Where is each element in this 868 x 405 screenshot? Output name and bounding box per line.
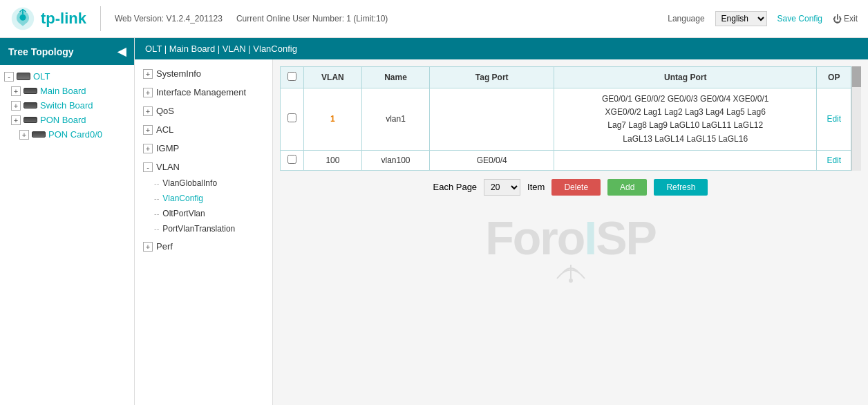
row1-edit-link[interactable]: Edit <box>827 114 841 124</box>
col-op: OP <box>817 67 851 88</box>
col-vlan: VLAN <box>304 67 362 88</box>
menu-group-igmp: + IGMP <box>135 140 272 157</box>
save-config-link[interactable]: Save Config <box>777 14 822 23</box>
row2-untag-port <box>554 150 817 170</box>
table-scrollbar[interactable] <box>851 66 861 171</box>
vlan-config-label: VlanConfig <box>162 194 203 203</box>
refresh-button[interactable]: Refresh <box>654 179 708 196</box>
sidebar-item-main-board[interactable]: + Main Board <box>0 84 134 98</box>
switch-board-expand-icon[interactable]: + <box>11 101 21 111</box>
delete-button[interactable]: Delete <box>551 179 601 196</box>
page-size-select[interactable]: 10 20 50 100 <box>484 179 520 196</box>
main-board-expand-icon[interactable]: + <box>11 86 21 96</box>
menu-group-interface: + Interface Management <box>135 84 272 101</box>
table-area: VLAN Name Tag Port Untag Port OP <box>273 59 868 405</box>
sidebar-item-pon-card[interactable]: + PON Card0/0 <box>0 127 134 142</box>
interface-label: Interface Management <box>156 87 246 97</box>
igmp-expand-icon[interactable]: + <box>143 144 153 153</box>
col-checkbox <box>281 67 304 88</box>
perf-expand-icon[interactable]: + <box>143 242 153 252</box>
left-menu: + SystemInfo + Interface Management + Qo <box>135 59 273 405</box>
sidebar-toggle-icon[interactable]: ◀ <box>117 45 126 58</box>
submenu-vlan-config[interactable]: VlanConfig <box>135 191 272 206</box>
logo-text: tp-link <box>41 10 86 28</box>
row2-edit-link[interactable]: Edit <box>827 156 841 165</box>
row2-tag-port: GE0/0/4 <box>430 150 554 170</box>
header-info: Web Version: V1.2.4_201123 Current Onlin… <box>115 14 668 23</box>
row1-tag-port <box>430 88 554 151</box>
content-area: + SystemInfo + Interface Management + Qo <box>135 59 868 405</box>
vlan-expand-icon[interactable]: - <box>143 162 153 172</box>
olt-label: OLT <box>33 71 50 82</box>
menu-group-qos: + QoS <box>135 102 272 120</box>
olt-port-vlan-label: OltPortVlan <box>162 209 205 218</box>
language-select[interactable]: English Chinese <box>715 11 767 26</box>
acl-label: ACL <box>156 124 173 135</box>
sidebar-header[interactable]: Tree Topology ◀ <box>0 38 134 65</box>
row1-checkbox-cell <box>281 88 304 151</box>
menu-group-perf: + Perf <box>135 238 272 255</box>
row2-checkbox-cell <box>281 150 304 170</box>
online-users: Current Online User Number: 1 (Limit:10) <box>236 14 388 23</box>
select-all-checkbox[interactable] <box>287 72 296 81</box>
watermark: ForoISP <box>280 204 861 288</box>
breadcrumb: OLT | Main Board | VLAN | VlanConfig <box>145 44 297 54</box>
row1-op: Edit <box>817 88 851 151</box>
submenu-olt-port-vlan[interactable]: OltPortVlan <box>135 206 272 221</box>
watermark-highlight: I <box>584 211 596 264</box>
pagination-row: Each Page 10 20 50 100 Item Delete Add R… <box>280 171 861 204</box>
menu-group-acl: + ACL <box>135 121 272 138</box>
interface-expand-icon[interactable]: + <box>143 88 153 97</box>
pon-card-expand-icon[interactable]: + <box>19 130 29 140</box>
menu-acl[interactable]: + ACL <box>135 121 272 138</box>
qos-expand-icon[interactable]: + <box>143 106 153 116</box>
port-vlan-translation-label: PortVlanTranslation <box>162 224 235 234</box>
sidebar-item-olt[interactable]: - OLT <box>0 69 134 84</box>
row1-vlan: 1 <box>304 88 362 151</box>
sidebar-tree: - OLT + Main Board + Switch Board + PON … <box>0 65 134 146</box>
power-icon: ⏻ <box>833 14 842 24</box>
olt-expand-icon[interactable]: - <box>4 72 14 82</box>
submenu-vlan-global-info[interactable]: VlanGlobalInfo <box>135 176 272 191</box>
menu-vlan[interactable]: - VLAN <box>135 158 272 176</box>
menu-igmp[interactable]: + IGMP <box>135 140 272 157</box>
acl-expand-icon[interactable]: + <box>143 125 153 135</box>
exit-link[interactable]: ⏻ Exit <box>833 14 858 24</box>
language-label: Language <box>668 14 704 23</box>
row2-checkbox[interactable] <box>287 155 296 164</box>
logo-area: tp-link <box>10 6 101 31</box>
col-name: Name <box>361 67 429 88</box>
menu-interface[interactable]: + Interface Management <box>135 84 272 101</box>
layout: Tree Topology ◀ - OLT + Main Board + Swi… <box>0 38 868 405</box>
menu-qos[interactable]: + QoS <box>135 102 272 120</box>
menu-group-systeminfo: + SystemInfo <box>135 65 272 82</box>
qos-label: QoS <box>156 106 174 116</box>
switch-board-label: Switch Board <box>40 100 93 111</box>
systeminfo-label: SystemInfo <box>156 68 201 79</box>
vlan-submenu: VlanGlobalInfo VlanConfig OltPortVlan Po… <box>135 176 272 236</box>
sidebar-item-pon-board[interactable]: + PON Board <box>0 113 134 127</box>
exit-label: Exit <box>844 14 858 23</box>
vlan-global-info-label: VlanGlobalInfo <box>162 178 217 188</box>
item-label: Item <box>527 182 545 192</box>
igmp-label: IGMP <box>156 143 179 153</box>
pon-board-device-icon <box>23 117 37 123</box>
scrollbar-thumb[interactable] <box>852 66 861 87</box>
row1-name: vlan1 <box>361 88 429 151</box>
menu-systeminfo[interactable]: + SystemInfo <box>135 65 272 82</box>
breadcrumb-bar: OLT | Main Board | VLAN | VlanConfig <box>135 38 868 59</box>
submenu-port-vlan-translation[interactable]: PortVlanTranslation <box>135 221 272 236</box>
sidebar-item-switch-board[interactable]: + Switch Board <box>0 98 134 113</box>
systeminfo-expand-icon[interactable]: + <box>143 69 153 79</box>
perf-label: Perf <box>156 241 173 252</box>
add-button[interactable]: Add <box>607 179 647 196</box>
row1-checkbox[interactable] <box>287 113 296 122</box>
row2-name: vlan100 <box>361 150 429 170</box>
table-header-row: VLAN Name Tag Port Untag Port OP <box>281 67 851 88</box>
col-tag-port: Tag Port <box>430 67 554 88</box>
menu-perf[interactable]: + Perf <box>135 238 272 255</box>
each-page-label: Each Page <box>433 182 478 192</box>
main-board-device-icon <box>23 88 37 94</box>
pon-board-expand-icon[interactable]: + <box>11 115 21 125</box>
watermark-text: ForoISP <box>485 211 656 264</box>
